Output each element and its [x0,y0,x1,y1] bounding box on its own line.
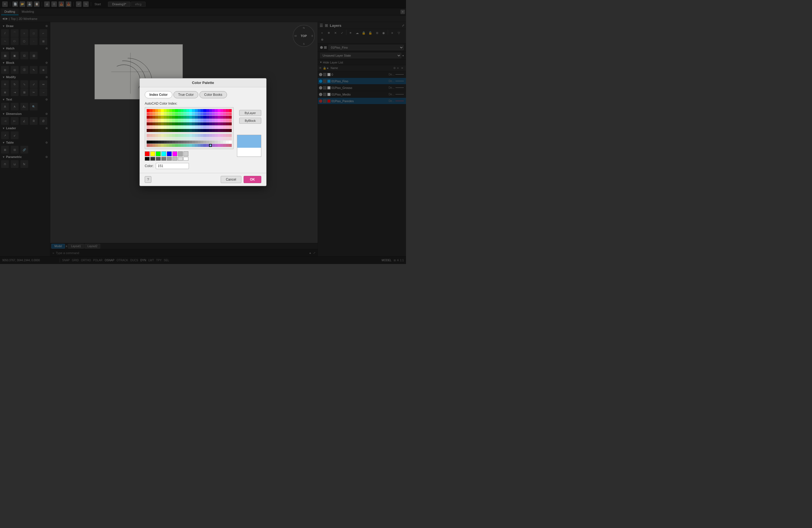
color-cell[interactable] [218,109,220,112]
color-cell[interactable] [153,144,155,147]
help-button[interactable]: ? [145,176,151,183]
color-cell[interactable] [169,126,172,129]
color-cell[interactable] [212,116,215,119]
color-cell[interactable] [164,129,166,132]
color-cell[interactable] [164,126,166,129]
color-gray1[interactable] [178,151,183,156]
color-cell[interactable] [215,119,217,122]
color-cell[interactable] [215,109,217,112]
color-cell[interactable] [178,119,180,122]
color-light2[interactable] [178,157,183,161]
color-cell[interactable] [209,134,212,137]
color-cell[interactable] [161,137,163,140]
color-cell[interactable] [172,141,175,144]
color-cell[interactable] [209,129,212,132]
color-cell[interactable] [220,109,223,112]
tab-index-color[interactable]: Index Color [145,91,172,98]
color-cell[interactable] [226,109,229,112]
color-cell[interactable] [184,119,186,122]
color-white[interactable] [184,157,188,161]
color-cyan[interactable] [161,151,166,156]
color-cell[interactable] [212,119,215,122]
color-cell[interactable] [186,116,189,119]
color-cell[interactable] [147,129,149,132]
color-cell[interactable] [201,144,203,147]
color-cell[interactable] [178,129,180,132]
color-red[interactable] [145,151,150,156]
color-cell[interactable] [166,144,169,147]
color-cell[interactable] [164,113,166,115]
color-cell[interactable] [218,134,220,137]
color-cell[interactable] [189,119,192,122]
tab-color-books[interactable]: Color Books [199,91,227,98]
color-cell[interactable] [180,113,184,115]
color-cell[interactable] [178,141,180,144]
color-cell[interactable] [215,141,217,144]
color-cell[interactable] [158,129,161,132]
color-cell[interactable] [212,126,215,129]
color-cell[interactable] [175,129,178,132]
color-cell[interactable] [166,119,169,122]
color-cell[interactable] [220,126,223,129]
color-cell[interactable] [172,126,175,129]
color-cell[interactable] [186,113,189,115]
color-cell[interactable] [180,134,184,137]
color-cell[interactable] [212,109,215,112]
color-cell[interactable] [149,116,152,119]
color-cell[interactable] [229,113,232,115]
color-cell[interactable] [175,126,178,129]
color-cell[interactable] [223,113,226,115]
color-cell[interactable] [169,144,172,147]
color-cell[interactable] [186,141,189,144]
color-cell[interactable] [206,144,209,147]
color-cell[interactable] [215,122,217,126]
color-cell[interactable] [195,116,198,119]
color-cell[interactable] [229,134,232,137]
color-cell[interactable] [186,144,189,147]
color-cell[interactable] [175,116,178,119]
color-cell[interactable] [201,141,203,144]
color-cell[interactable] [215,137,217,140]
color-cell[interactable] [169,129,172,132]
color-cell[interactable] [189,109,192,112]
color-cell[interactable] [209,116,212,119]
color-dark1[interactable] [150,157,155,161]
color-cell[interactable] [201,129,203,132]
color-cell[interactable] [172,119,175,122]
color-cell[interactable] [229,137,232,140]
color-cell[interactable] [206,141,209,144]
color-cell[interactable] [226,144,229,147]
color-cell[interactable] [201,116,203,119]
color-cell[interactable] [161,122,163,126]
color-cell[interactable] [206,126,209,129]
color-cell[interactable] [203,119,206,122]
color-cell[interactable] [175,109,178,112]
color-cell[interactable] [226,129,229,132]
color-cell[interactable] [229,141,232,144]
color-cell[interactable] [229,129,232,132]
color-cell[interactable] [223,141,226,144]
color-cell[interactable] [155,109,158,112]
color-magenta[interactable] [172,151,177,156]
color-cell[interactable] [192,129,195,132]
color-cell[interactable] [229,116,232,119]
color-cell[interactable] [198,122,201,126]
color-cell[interactable] [189,144,192,147]
color-cell[interactable] [223,122,226,126]
color-cell[interactable] [189,113,192,115]
color-cell[interactable] [195,144,198,147]
color-input-field[interactable] [156,163,189,169]
color-cell[interactable] [172,134,175,137]
color-cell[interactable] [153,119,155,122]
color-cell[interactable] [218,129,220,132]
color-cell[interactable] [184,116,186,119]
color-cell[interactable] [153,129,155,132]
color-cell[interactable] [186,137,189,140]
color-cell[interactable] [147,134,149,137]
color-cell[interactable] [220,144,223,147]
color-cell[interactable] [158,137,161,140]
color-cell[interactable] [218,113,220,115]
color-cell[interactable] [192,134,195,137]
color-cell[interactable] [158,109,161,112]
color-cell[interactable] [166,141,169,144]
